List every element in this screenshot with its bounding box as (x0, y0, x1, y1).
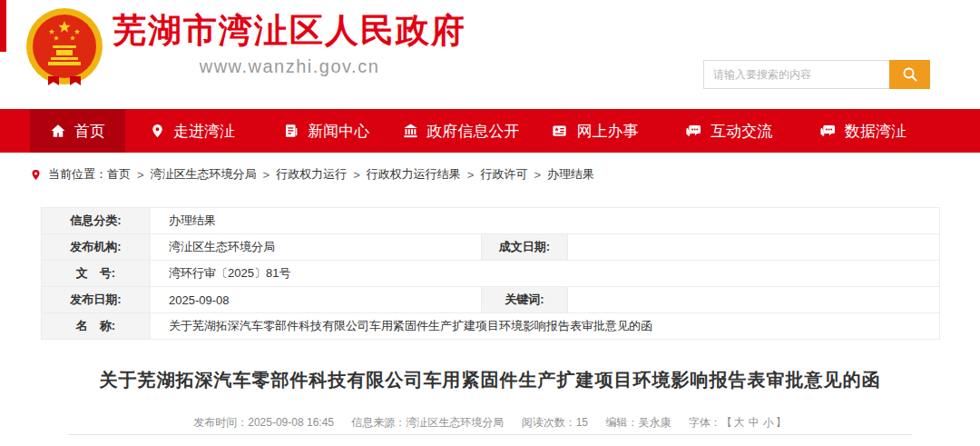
breadcrumb-item-power-results[interactable]: 行政权力运行结果 (367, 166, 461, 183)
nav-label: 首页 (74, 121, 105, 142)
keywords-value (568, 287, 940, 313)
nav-item-news[interactable]: 新闻中心 (260, 109, 394, 153)
editor-value: 吴永康 (638, 416, 671, 429)
nav-label: 网上办事 (576, 121, 638, 142)
nav-item-online-services[interactable]: 网上办事 (527, 109, 662, 153)
source-label: 信息来源： (351, 416, 406, 429)
views-label: 阅读次数： (522, 416, 576, 429)
written-date-label: 成文日期: (482, 234, 568, 261)
site-brand: 芜湖市湾沚区人民政府 www.wanzhi.gov.cn (113, 13, 466, 77)
nav-label: 新闻中心 (308, 121, 369, 142)
nav-item-about[interactable]: 走进湾沚 (125, 109, 260, 153)
doc-number-label: 文 号: (42, 261, 151, 287)
search-input[interactable] (703, 60, 889, 89)
nav-item-interaction[interactable]: 互动交流 (662, 109, 796, 153)
publish-date-value: 2025-09-08 (151, 287, 482, 313)
breadcrumb: 当前位置： 首页 > 湾沚区生态环境分局 > 行政权力运行 > 行政权力运行结果… (30, 166, 594, 183)
publisher-value: 湾沚区生态环境分局 (151, 234, 482, 261)
views-value: 15 (576, 416, 588, 429)
info-category-label: 信息分类: (42, 208, 151, 234)
breadcrumb-separator: > (353, 168, 360, 182)
nav-label: 互动交流 (710, 121, 772, 142)
breadcrumb-separator: > (534, 168, 541, 182)
page-title: 关于芜湖拓深汽车零部件科技有限公司车用紧固件生产扩建项目环境影响报告表审批意见的… (36, 368, 944, 392)
table-row: 名 称: 关于芜湖拓深汽车零部件科技有限公司车用紧固件生产扩建项目环境影响报告表… (42, 313, 940, 340)
location-pin-icon (30, 168, 42, 182)
source-value: 湾沚区生态环境分局 (406, 416, 504, 429)
document-info-table: 信息分类: 办理结果 发布机构: 湾沚区生态环境分局 成文日期: 文 号: 湾环… (41, 207, 940, 340)
breadcrumb-item-results[interactable]: 办理结果 (547, 166, 594, 183)
info-category-value: 办理结果 (151, 208, 940, 234)
service-card-icon (551, 123, 568, 139)
location-pin-icon (150, 123, 165, 139)
search-icon (902, 66, 918, 83)
nav-label: 数据湾沚 (845, 121, 906, 142)
main-navigation: 首页 走进湾沚 新闻中心 政府信息公开 网上办事 互动交流 数据湾沚 (0, 109, 980, 153)
breadcrumb-item-power-operation[interactable]: 行政权力运行 (276, 166, 347, 183)
nav-label: 政府信息公开 (427, 121, 520, 142)
bracket: 】 (776, 416, 787, 429)
breadcrumb-item-license[interactable]: 行政许可 (480, 166, 527, 183)
breadcrumb-prefix: 当前位置： (48, 166, 107, 183)
data-chat-icon (819, 123, 837, 139)
bracket: 【 (721, 416, 732, 429)
title-label: 名 称: (42, 313, 151, 340)
publisher-label: 发布机构: (42, 234, 151, 261)
title-value: 关于芜湖拓深汽车零部件科技有限公司车用紧固件生产扩建项目环境影响报告表审批意见的… (151, 313, 940, 340)
font-size-small-button[interactable]: 小 (763, 416, 774, 429)
publish-time-value: 2025-09-08 16:45 (248, 416, 334, 429)
font-size-medium-button[interactable]: 中 (749, 416, 760, 429)
nav-item-data[interactable]: 数据湾沚 (796, 109, 930, 153)
nav-item-home[interactable]: 首页 (30, 109, 125, 153)
news-document-icon (283, 123, 299, 139)
publish-date-label: 发布日期: (42, 287, 151, 313)
chat-bubbles-icon (685, 123, 702, 139)
table-row: 发布机构: 湾沚区生态环境分局 成文日期: (42, 234, 940, 261)
site-header: 芜湖市湾沚区人民政府 www.wanzhi.gov.cn (0, 0, 980, 109)
table-row: 信息分类: 办理结果 (42, 208, 940, 234)
doc-number-value: 湾环行审〔2025〕81号 (151, 261, 940, 287)
breadcrumb-item-home[interactable]: 首页 (107, 166, 131, 183)
site-title[interactable]: 芜湖市湾沚区人民政府 (113, 13, 466, 50)
decorative-red-strip (0, 0, 6, 52)
breadcrumb-item-bureau[interactable]: 湾沚区生态环境分局 (151, 166, 257, 183)
keywords-label: 关键词: (482, 287, 568, 313)
search-button[interactable] (889, 60, 930, 89)
site-search (703, 60, 930, 89)
nav-label: 走进湾沚 (173, 121, 235, 142)
font-size-label: 字体： (689, 416, 721, 429)
breadcrumb-separator: > (467, 168, 475, 182)
breadcrumb-separator: > (137, 168, 144, 182)
breadcrumb-separator: > (263, 168, 270, 182)
table-row: 文 号: 湾环行审〔2025〕81号 (42, 261, 940, 287)
publish-time-label: 发布时间： (193, 416, 248, 429)
written-date-value (568, 234, 940, 261)
home-icon (50, 123, 66, 139)
table-row: 发布日期: 2025-09-08 关键词: (42, 287, 940, 313)
site-url: www.wanzhi.gov.cn (113, 56, 466, 77)
font-size-large-button[interactable]: 大 (734, 416, 745, 429)
content-divider (68, 434, 912, 435)
editor-label: 编辑： (605, 416, 638, 429)
national-emblem-logo[interactable] (25, 7, 103, 89)
article-meta: 发布时间：2025-09-08 16:45 信息来源：湾沚区生态环境分局 阅读次… (0, 415, 980, 431)
nav-item-gov-info[interactable]: 政府信息公开 (394, 109, 528, 153)
government-building-icon (402, 123, 419, 139)
